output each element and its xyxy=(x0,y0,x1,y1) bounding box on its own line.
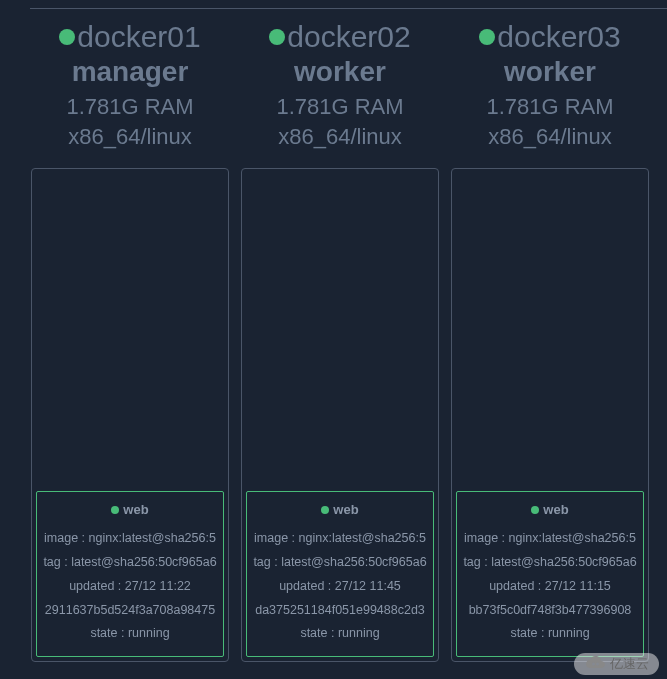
service-updated: updated : 27/12 11:45 xyxy=(251,575,429,599)
service-title-row: web xyxy=(251,502,429,517)
node-title-row: docker02 xyxy=(269,20,410,54)
service-image: image : nginx:latest@sha256:5 xyxy=(461,527,639,551)
node-role: worker xyxy=(269,56,410,88)
service-updated: updated : 27/12 11:15 xyxy=(461,575,639,599)
node-arch: x86_64/linux xyxy=(269,124,410,150)
node-header: docker01 manager 1.781G RAM x86_64/linux xyxy=(59,20,200,150)
service-tag: tag : latest@sha256:50cf965a6 xyxy=(461,551,639,575)
services-box: web image : nginx:latest@sha256:5 tag : … xyxy=(451,168,649,662)
services-box: web image : nginx:latest@sha256:5 tag : … xyxy=(241,168,439,662)
watermark-text: 亿速云 xyxy=(610,655,649,673)
nodes-container: docker01 manager 1.781G RAM x86_64/linux… xyxy=(0,0,667,662)
status-dot-icon xyxy=(531,506,539,514)
service-name: web xyxy=(543,502,568,517)
node-role: manager xyxy=(59,56,200,88)
service-image: image : nginx:latest@sha256:5 xyxy=(251,527,429,551)
node-ram: 1.781G RAM xyxy=(269,94,410,120)
node-header: docker03 worker 1.781G RAM x86_64/linux xyxy=(479,20,620,150)
node-ram: 1.781G RAM xyxy=(479,94,620,120)
service-name: web xyxy=(333,502,358,517)
service-card[interactable]: web image : nginx:latest@sha256:5 tag : … xyxy=(36,491,224,657)
node-role: worker xyxy=(479,56,620,88)
node-title-row: docker03 xyxy=(479,20,620,54)
status-dot-icon xyxy=(321,506,329,514)
service-title-row: web xyxy=(41,502,219,517)
service-card[interactable]: web image : nginx:latest@sha256:5 tag : … xyxy=(456,491,644,657)
status-dot-icon xyxy=(269,29,285,45)
cloud-icon xyxy=(584,655,606,673)
service-state: state : running xyxy=(41,622,219,646)
node-header: docker02 worker 1.781G RAM x86_64/linux xyxy=(269,20,410,150)
node-arch: x86_64/linux xyxy=(479,124,620,150)
service-updated: updated : 27/12 11:22 xyxy=(41,575,219,599)
node-name: docker03 xyxy=(497,20,620,54)
node-column: docker03 worker 1.781G RAM x86_64/linux … xyxy=(450,20,650,662)
service-id: da375251184f051e99488c2d3 xyxy=(251,599,429,623)
watermark: 亿速云 xyxy=(574,653,659,675)
node-ram: 1.781G RAM xyxy=(59,94,200,120)
service-name: web xyxy=(123,502,148,517)
node-name: docker01 xyxy=(77,20,200,54)
node-arch: x86_64/linux xyxy=(59,124,200,150)
service-tag: tag : latest@sha256:50cf965a6 xyxy=(41,551,219,575)
service-card[interactable]: web image : nginx:latest@sha256:5 tag : … xyxy=(246,491,434,657)
node-name: docker02 xyxy=(287,20,410,54)
node-title-row: docker01 xyxy=(59,20,200,54)
service-state: state : running xyxy=(461,622,639,646)
service-id: 2911637b5d524f3a708a98475 xyxy=(41,599,219,623)
services-box: web image : nginx:latest@sha256:5 tag : … xyxy=(31,168,229,662)
service-tag: tag : latest@sha256:50cf965a6 xyxy=(251,551,429,575)
node-column: docker01 manager 1.781G RAM x86_64/linux… xyxy=(30,20,230,662)
status-dot-icon xyxy=(479,29,495,45)
service-title-row: web xyxy=(461,502,639,517)
service-state: state : running xyxy=(251,622,429,646)
node-column: docker02 worker 1.781G RAM x86_64/linux … xyxy=(240,20,440,662)
service-id: bb73f5c0df748f3b477396908 xyxy=(461,599,639,623)
status-dot-icon xyxy=(111,506,119,514)
service-image: image : nginx:latest@sha256:5 xyxy=(41,527,219,551)
status-dot-icon xyxy=(59,29,75,45)
